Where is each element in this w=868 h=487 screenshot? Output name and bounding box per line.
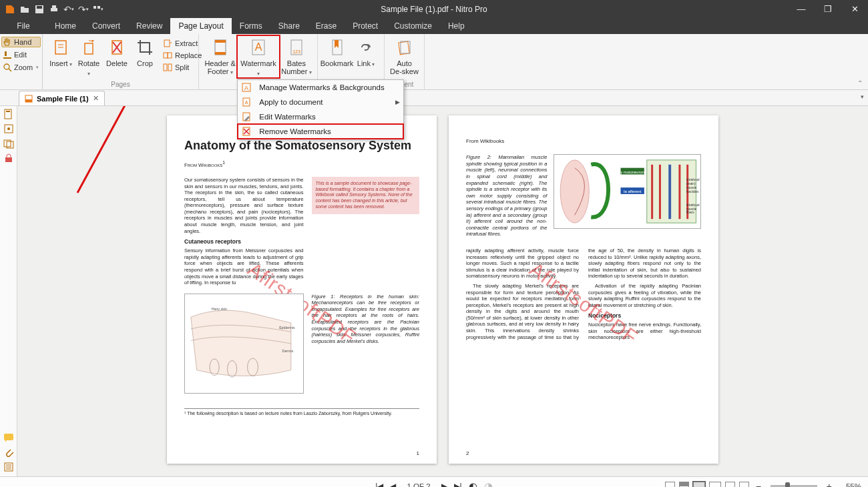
svg-line-6 — [9, 69, 11, 71]
link-icon — [355, 37, 377, 58]
bates-number-button[interactable]: 123 Bates Number — [280, 35, 313, 77]
svg-text:A: A — [245, 100, 248, 105]
svg-text:Epidermis: Epidermis — [279, 326, 295, 330]
apply-icon: A — [238, 97, 255, 107]
watermark-dropdown: A Manage Watermarks & Backgrounds A Appl… — [237, 79, 404, 139]
group-label-pages: Pages — [47, 81, 194, 89]
tab-erase[interactable]: Erase — [308, 18, 345, 34]
bates-icon: 123 — [286, 37, 307, 58]
split-button[interactable]: Split — [162, 62, 203, 73]
bookmark-icon — [327, 37, 348, 58]
svg-text:A: A — [244, 85, 248, 91]
page-indicator: 1 OF 2 — [407, 482, 430, 488]
attachments-panel-icon[interactable] — [3, 447, 14, 458]
qat-custom-icon[interactable]: ▾ — [91, 3, 105, 16]
zoom-out-button[interactable]: − — [753, 481, 764, 488]
header-footer-button[interactable]: Header & Footer — [203, 35, 237, 77]
ribbon-group-header-watermark: Header & Footer A Watermark A Manage Wat… — [199, 34, 318, 89]
next-page-button[interactable]: ▶ — [441, 482, 447, 488]
bookmarks-panel-icon[interactable] — [3, 123, 14, 134]
callout-box: This is a sample document to showcase pa… — [312, 177, 420, 214]
deskew-button[interactable]: Auto De-skew — [389, 35, 420, 75]
maximize-button[interactable]: ❐ — [815, 0, 841, 18]
side-panel — [0, 106, 17, 476]
doc-heading: Anatomy of the Somatosensory System — [184, 138, 419, 153]
first-page-button[interactable]: |◀ — [375, 482, 383, 488]
extract-button[interactable]: Extract — [162, 38, 203, 49]
dd-edit-watermarks[interactable]: Edit Watermarks — [238, 109, 403, 124]
svg-rect-12 — [164, 40, 170, 47]
file-menu[interactable]: File — [0, 18, 47, 34]
tab-review[interactable]: Review — [128, 18, 170, 34]
print-icon[interactable] — [47, 3, 61, 16]
svg-point-40 — [7, 127, 10, 130]
svg-rect-8 — [85, 43, 93, 54]
nav-forward-button[interactable]: ◑ — [484, 480, 493, 488]
page-number-2: 2 — [466, 450, 469, 457]
view-facing-icon[interactable] — [693, 482, 705, 488]
bookmark-button[interactable]: Bookmark — [322, 35, 352, 67]
document-viewer[interactable]: AfirstsoftPDF Anatomy of the Somatosenso… — [17, 106, 868, 476]
figure-1-caption: Figure 1: Receptors in the human skin: M… — [312, 294, 420, 345]
view-fullscreen-icon[interactable] — [739, 482, 749, 488]
para-intro: Our somatosensory system consists of sen… — [184, 177, 304, 234]
delete-button[interactable]: Delete — [103, 35, 131, 67]
tab-forms[interactable]: Forms — [232, 18, 270, 34]
comments-panel-icon[interactable] — [3, 432, 14, 443]
tab-overflow-icon[interactable]: ▾ — [861, 93, 864, 100]
tab-convert[interactable]: Convert — [84, 18, 128, 34]
document-tab[interactable]: Sample File (1) ✕ — [19, 91, 105, 105]
tab-page-layout[interactable]: Page Layout — [170, 18, 231, 34]
open-icon[interactable] — [18, 3, 31, 16]
page-navigator: |◀ ◀ 1 OF 2 ▶ ▶| ◐ ◑ — [375, 480, 492, 488]
save-icon[interactable] — [33, 3, 46, 16]
view-single-icon[interactable] — [665, 482, 675, 488]
last-page-button[interactable]: ▶| — [454, 482, 462, 488]
rotate-button[interactable]: Rotate — [75, 35, 103, 78]
tool-edit[interactable]: Edit — [1, 49, 41, 60]
tool-zoom[interactable]: Zoom▾ — [1, 62, 41, 73]
security-panel-icon[interactable] — [3, 153, 14, 163]
prev-page-button[interactable]: ◀ — [390, 482, 396, 488]
insert-icon — [50, 37, 71, 58]
subheading-cutaneous: Cutaneous receptors — [184, 238, 304, 246]
nav-back-button[interactable]: ◐ — [469, 480, 477, 488]
tab-help[interactable]: Help — [440, 18, 473, 34]
dd-apply-to-document[interactable]: A Apply to document ▶ — [238, 95, 403, 109]
watermark-button[interactable]: A Watermark A Manage Watermarks & Backgr… — [237, 35, 280, 78]
para-p2c: Activation of the rapidly adapting Pacin… — [588, 283, 701, 308]
collapse-ribbon-icon[interactable]: ⌃ — [857, 79, 863, 87]
status-right: − + 55% — [665, 481, 861, 488]
dd-remove-watermarks[interactable]: Remove Watermarks — [238, 124, 403, 139]
redo-icon[interactable]: ↷▾ — [77, 3, 90, 16]
tab-share[interactable]: Share — [270, 18, 308, 34]
output-panel-icon[interactable] — [3, 462, 14, 472]
tab-protect[interactable]: Protect — [345, 18, 386, 34]
view-facing-cont-icon[interactable] — [709, 482, 721, 488]
pages-panel-icon[interactable] — [3, 109, 14, 119]
tool-hand[interactable]: Hand — [1, 37, 41, 47]
layers-panel-icon[interactable] — [3, 138, 14, 149]
tab-customize[interactable]: Customize — [386, 18, 440, 34]
undo-icon[interactable]: ↶▾ — [62, 3, 75, 16]
header-footer-icon — [210, 37, 231, 58]
svg-rect-13 — [164, 53, 168, 58]
link-button[interactable]: Link — [352, 35, 380, 69]
dd-manage-watermarks[interactable]: A Manage Watermarks & Backgrounds — [238, 80, 403, 95]
svg-rect-33 — [398, 41, 409, 55]
view-continuous-icon[interactable] — [679, 482, 689, 488]
minimize-button[interactable]: — — [788, 0, 815, 18]
zoom-in-button[interactable]: + — [824, 481, 835, 488]
replace-button[interactable]: Replace — [162, 50, 203, 61]
view-fullwidth-icon[interactable] — [725, 482, 735, 488]
close-button[interactable]: ✕ — [841, 0, 868, 18]
crop-icon — [134, 37, 156, 58]
zoom-level: 55% — [839, 482, 861, 488]
tab-home[interactable]: Home — [47, 18, 84, 34]
insert-button[interactable]: Insert — [47, 35, 75, 69]
svg-text:intrafusal: intrafusal — [686, 179, 700, 182]
close-tab-icon[interactable]: ✕ — [93, 94, 99, 103]
svg-rect-3 — [52, 5, 56, 8]
crop-button[interactable]: Crop — [131, 35, 159, 67]
svg-rect-16 — [168, 64, 172, 71]
